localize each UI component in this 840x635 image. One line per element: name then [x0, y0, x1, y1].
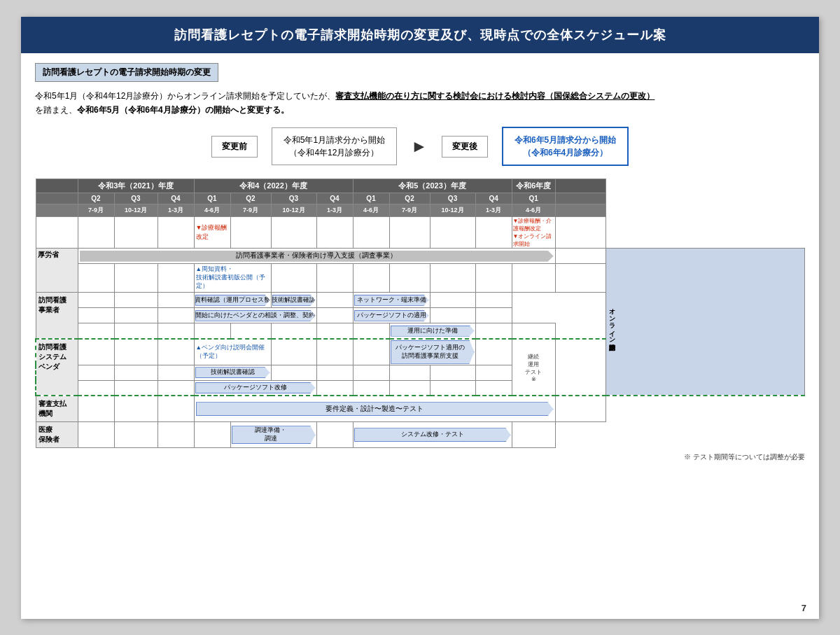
kc8 — [389, 264, 430, 293]
change-before-content: 令和5年1月請求分から開始 （令和4年12月診療分） — [272, 127, 397, 165]
hk-c1 — [78, 293, 114, 308]
intro-text: 令和5年1月（令和4年12月診療分）からオンライン請求開始を予定していたが、審査… — [35, 89, 805, 118]
sh-c2 — [114, 396, 158, 422]
sub-q1-r4: 4-6月 — [194, 204, 230, 217]
ir-c4 — [194, 422, 230, 448]
label-iryou: 医療保険者 — [36, 422, 78, 448]
note-r6-a: ▼診療報酬・介護報酬改定 — [513, 217, 554, 232]
hk-c3 — [158, 293, 194, 308]
year-r5: 令和5（2023）年度 — [353, 179, 512, 193]
q1-r5: Q1 — [353, 193, 389, 204]
ir-q1r6 — [512, 422, 555, 448]
q3-r3: Q3 — [114, 193, 158, 204]
sub-q2-r5: 7-9月 — [389, 204, 430, 217]
hk2-q4r5 — [430, 308, 475, 323]
change-after-line1: 令和6年5月請求分から開始 — [514, 134, 616, 146]
kc1 — [78, 264, 114, 293]
bar-kourosho-r6 — [555, 249, 606, 264]
sh-q1r6 — [555, 396, 606, 422]
vb2-bar1: パッケージソフト改修 — [194, 380, 316, 396]
kourosho-note: ▲周知資料・技術解説書初版公開（予定） — [194, 264, 271, 293]
vb2-c6 — [316, 380, 353, 396]
year-r3: 令和3年（2021）年度 — [78, 179, 194, 193]
vb-q4r5 — [475, 365, 512, 380]
vendor-bar3: パッケージソフト適用の訪問看護事業所支援 — [389, 339, 475, 365]
q2-r4: Q2 — [230, 193, 271, 204]
note-q4-r4 — [316, 217, 353, 249]
sub-corner — [36, 204, 78, 217]
vb-c2 — [114, 365, 158, 380]
note-q2-r3 — [78, 217, 114, 249]
online-col: オンライン請求開始 — [606, 249, 804, 396]
vb-c7 — [353, 365, 389, 380]
arrow-icon: ► — [411, 137, 428, 156]
ir-c7 — [316, 422, 353, 448]
change-after-line2: （令和6年4月診療分） — [514, 146, 616, 159]
hk-bar3-text: ネットワーク・端末準備 — [354, 295, 429, 306]
kc9 — [430, 264, 475, 293]
vb2-c1 — [78, 380, 114, 396]
sh-bar1: 要件定義・設計〜製造〜テスト — [194, 396, 555, 422]
change-box: 変更前 令和5年1月請求分から開始 （令和4年12月診療分） ► 変更後 令和6… — [35, 127, 805, 166]
hk3-q1r6 — [512, 323, 555, 339]
q-corner — [36, 193, 78, 204]
q4-r4: Q4 — [316, 193, 353, 204]
label-shinsa: 審査支払機関 — [36, 396, 78, 422]
hk-bar1-text: 周知資料確認（運用プロセス整理） — [195, 295, 270, 306]
note-q3-r5 — [430, 217, 475, 249]
note-q1-r6: ▼診療報酬・介護報酬改定 ▼オンライン請求開始 — [512, 217, 555, 249]
vb2-c3 — [158, 380, 194, 396]
change-after-content: 令和6年5月請求分から開始 （令和6年4月診療分） — [502, 127, 629, 166]
footer-note: ※ テスト期間等については調整が必要 — [35, 452, 805, 462]
kc10 — [475, 264, 512, 293]
vb-c3 — [158, 365, 194, 380]
hk2-q1r6 — [475, 308, 512, 323]
label-kourosho: 厚労省 — [36, 249, 78, 293]
q1-r4: Q1 — [194, 193, 230, 204]
hk2-bar1-text: 利用開始に向けたベンダとの相談・調整、契約締結 — [195, 310, 316, 321]
sub-q4-r3: 1-3月 — [158, 204, 194, 217]
hk3-q4r5 — [475, 323, 512, 339]
note-r6-b: ▼オンライン請求開始 — [513, 232, 554, 248]
vb-c5 — [271, 365, 316, 380]
gantt-table: 令和3年（2021）年度 令和4（2022）年度 令和5（2023）年度 令和6… — [35, 179, 805, 448]
note-row: ▼診療報酬改定 ▼診療報酬・介護報酬改定 ▼オンライン請求開始 — [36, 217, 805, 249]
vb-bar1: 技術解説書確認 — [194, 365, 271, 380]
row-iryou: 医療保険者 調達準備・調達 システム改修・テスト — [36, 422, 805, 448]
vendor-note-blue: ▲ベンダ向け説明会開催（予定） — [194, 339, 271, 365]
hk3-c2 — [114, 323, 158, 339]
sh-c1 — [78, 396, 114, 422]
note-q3-r3 — [114, 217, 158, 249]
quarter-sub-row: 7-9月 10-12月 1-3月 4-6月 7-9月 10-12月 1-3月 4… — [36, 204, 805, 217]
note-online — [555, 217, 606, 249]
v-c5 — [271, 339, 316, 365]
ir-c1 — [78, 422, 114, 448]
sh-c3 — [158, 396, 194, 422]
vb2-q4r5 — [475, 380, 512, 396]
note-r4q1: ▼診療報酬改定 — [196, 224, 227, 240]
hk2-bar1: 利用開始に向けたベンダとの相談・調整、契約締結 — [194, 308, 316, 323]
vb2-c9 — [430, 380, 475, 396]
kc12 — [555, 264, 606, 293]
hk3-c6 — [271, 323, 316, 339]
intro-line1-pre: 令和5年1月（令和4年12月診療分）からオンライン請求開始を予定していたが、 — [35, 91, 335, 101]
hk3-bar1: 運用に向けた準備 — [389, 323, 475, 339]
change-before-label: 変更前 — [211, 136, 258, 158]
hk3-c5 — [230, 323, 271, 339]
hk3-c1 — [78, 323, 114, 339]
online-sub-header — [555, 204, 606, 217]
vb2-c7 — [353, 380, 389, 396]
label-houmon-kango: 訪問看護事業者 — [36, 293, 78, 339]
ir-bar2-text: システム改修・テスト — [354, 428, 511, 442]
hk3-c4 — [194, 323, 230, 339]
sub-q1-r5: 4-6月 — [353, 204, 389, 217]
note-q1-r4: ▼診療報酬改定 — [194, 217, 230, 249]
note-q2-r5 — [389, 217, 430, 249]
v-c6 — [316, 339, 353, 365]
hk2-c2 — [114, 308, 158, 323]
q4-r5: Q4 — [475, 193, 512, 204]
v-c3 — [158, 339, 194, 365]
sub-q3-r4: 10-12月 — [271, 204, 316, 217]
v-c7 — [353, 339, 389, 365]
sub-q1-r6: 4-6月 — [512, 204, 555, 217]
